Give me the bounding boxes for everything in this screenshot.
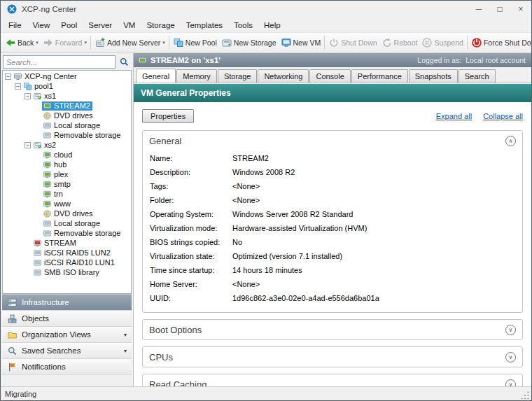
tab-console[interactable]: Console <box>309 69 350 83</box>
collapse-all-link[interactable]: Collapse all <box>483 112 523 120</box>
tree-item-dvd-drives[interactable]: DVD drives <box>3 209 131 218</box>
menu-item-help[interactable]: Help <box>258 20 286 31</box>
tree-item-cloud[interactable]: cloud <box>3 150 131 160</box>
reboot-button[interactable]: Reboot <box>379 36 420 50</box>
menu-item-storage[interactable]: Storage <box>141 20 180 31</box>
tree-item-xs2[interactable]: −xs2 <box>3 140 131 150</box>
suspend-button[interactable]: Suspend <box>419 36 465 50</box>
property-row: Operating System:Windows Server 2008 R2 … <box>150 207 515 221</box>
tree-item-label: plex <box>54 170 68 178</box>
toolbar-button-label: Add New Server <box>107 38 160 47</box>
tree-item-local-storage[interactable]: Local storage <box>3 120 131 130</box>
expand-all-link[interactable]: Expand all <box>436 112 472 120</box>
search-button[interactable] <box>118 55 131 69</box>
section-boot-options: Boot Options∨ <box>142 319 523 340</box>
tree-item-local-storage[interactable]: Local storage <box>3 218 131 228</box>
tree-expander-icon[interactable]: − <box>24 142 31 148</box>
shut-down-button[interactable]: Shut Down <box>326 36 379 50</box>
resize-grip-icon[interactable] <box>521 391 530 400</box>
tab-memory[interactable]: Memory <box>176 69 217 83</box>
property-value: 14 hours 18 minutes <box>232 266 302 274</box>
menu-item-templates[interactable]: Templates <box>181 20 228 31</box>
storage-icon <box>33 268 42 277</box>
back-button[interactable]: Back▾ <box>3 36 41 50</box>
property-label: UUID: <box>150 294 232 302</box>
new-vm-button[interactable]: New VM <box>279 36 323 50</box>
tree-item-dvd-drives[interactable]: DVD drives <box>3 111 131 120</box>
section-header-boot-options[interactable]: Boot Options∨ <box>143 320 522 339</box>
forward-button[interactable]: Forward▾ <box>41 36 89 50</box>
property-value: Optimized (version 7.1 installed) <box>232 252 342 260</box>
tree-item-stream2[interactable]: STREAM2 <box>3 101 131 111</box>
nav-item-notifications[interactable]: Notifications <box>2 359 132 375</box>
maximize-button[interactable]: □ <box>489 1 510 17</box>
section-header-general[interactable]: General∧ <box>143 131 522 150</box>
tree-expander-icon[interactable]: − <box>24 93 31 99</box>
status-text: Migrating <box>5 390 36 398</box>
tab-performance[interactable]: Performance <box>351 69 408 83</box>
new-storage-button[interactable]: New Storage <box>219 36 279 50</box>
nav-item-objects[interactable]: Objects <box>2 311 132 327</box>
tree-item-xs1[interactable]: −xs1 <box>3 91 131 101</box>
tree-item-trn[interactable]: trn <box>3 189 131 199</box>
minimize-button[interactable]: ─ <box>468 1 489 17</box>
tree-expander-icon[interactable]: − <box>15 83 21 90</box>
dropdown-caret-icon: ▾ <box>162 40 165 45</box>
property-value: STREAM2 <box>232 154 269 162</box>
nav-item-infrastructure[interactable]: Infrastructure <box>2 295 132 311</box>
vm-icon <box>138 56 147 65</box>
section-header-read-caching[interactable]: Read Caching∨ <box>143 374 522 386</box>
tab-networking[interactable]: Networking <box>258 69 309 83</box>
menu-item-server[interactable]: Server <box>83 20 118 31</box>
tree-item-label: Local storage <box>54 121 100 129</box>
dvd-icon <box>43 209 52 218</box>
menu-item-file[interactable]: File <box>3 20 27 31</box>
search-input[interactable] <box>3 55 115 69</box>
property-row: Tags:<None> <box>150 179 515 193</box>
tree-item-stream[interactable]: STREAM <box>3 238 131 248</box>
tab-storage[interactable]: Storage <box>218 69 258 83</box>
tree-item-pool1[interactable]: −pool1 <box>3 81 131 91</box>
add-new-server-button[interactable]: Add New Server▾ <box>92 36 167 50</box>
tree-item-smtp[interactable]: smtp <box>3 179 131 189</box>
tab-general[interactable]: General <box>136 69 176 83</box>
force-shut-down-button[interactable]: Force Shut Down <box>469 36 531 50</box>
tree-item-xcp-ng-center[interactable]: −XCP-ng Center <box>3 71 131 81</box>
nav-item-organization-views[interactable]: Organization Views▾ <box>2 327 132 343</box>
tree-item-plex[interactable]: plex <box>3 169 131 179</box>
property-row: Description:Windows 2008 R2 <box>150 165 515 179</box>
menu-item-vm[interactable]: VM <box>118 20 141 31</box>
menu-item-tools[interactable]: Tools <box>228 20 258 31</box>
close-button[interactable]: × <box>510 1 531 17</box>
tree-item-iscsi-raid10-lun1[interactable]: iSCSI RAID10 LUN1 <box>3 258 131 267</box>
new-pool-button[interactable]: New Pool <box>171 36 219 50</box>
nav-item-saved-searches[interactable]: Saved Searches▾ <box>2 343 132 359</box>
nav-item-label: Saved Searches <box>22 346 80 355</box>
tree-item-smb-iso-library[interactable]: SMB ISO library <box>3 267 131 277</box>
property-label: Time since startup: <box>150 266 232 274</box>
tree-item-removable-storage[interactable]: Removable storage <box>3 130 131 140</box>
tab-search[interactable]: Search <box>458 69 496 83</box>
dropdown-caret-icon: ▾ <box>84 40 87 45</box>
tree-item-removable-storage[interactable]: Removable storage <box>3 228 131 238</box>
menu-item-pool[interactable]: Pool <box>55 20 83 31</box>
tree-item-iscsi-raid5-lun2[interactable]: iSCSI RAID5 LUN2 <box>3 248 131 258</box>
chevron-down-icon[interactable]: ∨ <box>505 352 516 363</box>
property-value: Windows Server 2008 R2 Standard <box>232 210 353 218</box>
chevron-down-icon[interactable]: ∨ <box>505 325 516 335</box>
property-label: Description: <box>150 168 232 176</box>
chevron-up-icon[interactable]: ∧ <box>505 136 516 146</box>
chevron-down-icon[interactable]: ∨ <box>505 379 516 387</box>
section-title: General <box>149 136 181 146</box>
toolbar-separator <box>169 36 169 50</box>
properties-button[interactable]: Properties <box>142 109 194 123</box>
menu-item-view[interactable]: View <box>27 20 56 31</box>
section-header-cpus[interactable]: CPUs∨ <box>143 347 522 367</box>
toolbar-button-label: New Storage <box>234 38 276 47</box>
tree-item-label: smtp <box>54 180 71 188</box>
tree-expander-icon[interactable]: − <box>5 73 11 80</box>
tab-snapshots[interactable]: Snapshots <box>409 69 458 83</box>
back-icon <box>5 37 16 48</box>
tree-item-hub[interactable]: hub <box>3 160 131 169</box>
tree-item-www[interactable]: www <box>3 199 131 209</box>
